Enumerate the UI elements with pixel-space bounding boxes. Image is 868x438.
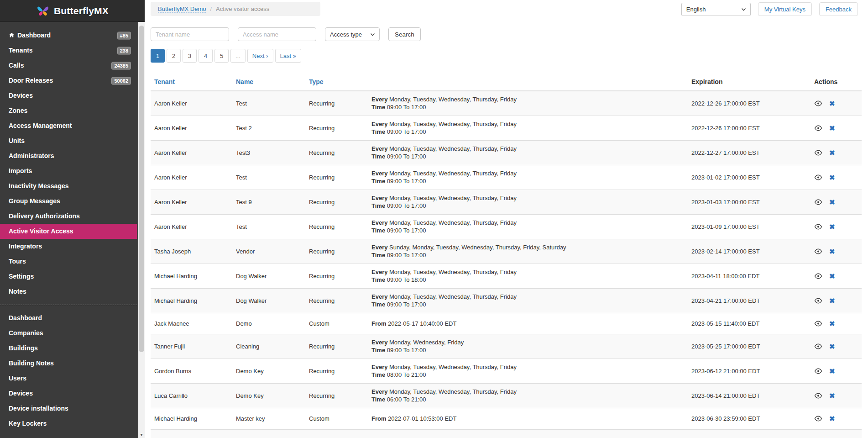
- schedule-cell: Every Monday, Tuesday, Wednesday, Thursd…: [368, 140, 688, 165]
- sidebar-item-label: Devices: [9, 390, 33, 397]
- actions-cell: ✖: [810, 334, 862, 359]
- my-virtual-keys-button[interactable]: My Virtual Keys: [758, 2, 812, 16]
- view-access-button[interactable]: [814, 273, 822, 279]
- revoke-access-button x-icon[interactable]: ✖: [829, 223, 835, 230]
- access-type-cell: Recurring: [305, 239, 368, 264]
- access-name-input[interactable]: [238, 27, 316, 41]
- table-row: Aaron Keller Test Recurring Every Monday…: [151, 214, 862, 239]
- scrollbar-thumb[interactable]: [139, 26, 144, 352]
- pagination-3[interactable]: 3: [183, 49, 197, 63]
- sidebar-item-buildings[interactable]: Buildings: [0, 341, 137, 356]
- view-access-button[interactable]: [814, 174, 822, 180]
- sidebar-item-users[interactable]: Users: [0, 371, 137, 386]
- column-header-tenant[interactable]: Tenant: [151, 74, 232, 91]
- view-access-button[interactable]: [814, 150, 822, 156]
- sidebar-item-delivery-authorizations[interactable]: Delivery Authorizations: [0, 209, 137, 224]
- sidebar-item-devices[interactable]: Devices: [0, 386, 137, 401]
- sidebar-item-building-notes[interactable]: Building Notes: [0, 356, 137, 371]
- revoke-access-button x-icon[interactable]: ✖: [829, 297, 835, 304]
- actions-cell: ✖: [810, 359, 862, 383]
- table-row: Luca Carrillo Demo Key Recurring Every M…: [151, 383, 862, 408]
- view-access-button[interactable]: [814, 298, 822, 304]
- sidebar-item-zones[interactable]: Zones: [0, 103, 137, 118]
- view-access-button[interactable]: [814, 248, 822, 254]
- view-access-button[interactable]: [814, 368, 822, 374]
- sidebar-item-label: Notes: [9, 288, 26, 295]
- revoke-access-button x-icon[interactable]: ✖: [829, 199, 835, 206]
- actions-cell: ✖: [810, 264, 862, 288]
- feedback-button[interactable]: Feedback: [819, 2, 858, 16]
- access-name-cell: Dog Walker: [232, 264, 305, 288]
- schedule-line: Every Monday, Tuesday, Wednesday, Thursd…: [371, 388, 684, 396]
- sidebar-scrollbar[interactable]: ▾: [138, 22, 145, 438]
- revoke-access-button x-icon[interactable]: ✖: [829, 248, 835, 255]
- scroll-down-arrow-icon[interactable]: ▾: [138, 432, 145, 438]
- sidebar-item-notes[interactable]: Notes: [0, 284, 137, 299]
- sidebar-item-device-installations[interactable]: Device installations: [0, 401, 137, 416]
- revoke-access-button x-icon[interactable]: ✖: [829, 320, 835, 327]
- table-row: Michael Harding Dog Walker Recurring Eve…: [151, 264, 862, 288]
- breadcrumb-building-link[interactable]: ButterflyMX Demo: [158, 5, 206, 13]
- view-access-button[interactable]: [814, 125, 822, 131]
- pagination-2[interactable]: 2: [167, 49, 181, 63]
- sidebar-item-companies[interactable]: Companies: [0, 326, 137, 341]
- schedule-line: Time 09:00 To 17:00: [371, 128, 684, 136]
- revoke-access-button x-icon[interactable]: ✖: [829, 392, 835, 399]
- pagination-5[interactable]: 5: [214, 49, 229, 63]
- sidebar-item-active-visitor-access[interactable]: Active Visitor Access: [0, 224, 137, 239]
- access-type-select[interactable]: Access type: [325, 27, 380, 41]
- view-access-button[interactable]: [814, 321, 822, 327]
- schedule-line: Time 09:00 To 18:00: [371, 276, 684, 284]
- sidebar-item-key-lockers[interactable]: Key Lockers: [0, 416, 137, 431]
- pagination-next[interactable]: Next ›: [247, 49, 273, 63]
- sidebar-item-units[interactable]: Units: [0, 133, 137, 148]
- search-button[interactable]: Search: [388, 27, 421, 41]
- view-access-button[interactable]: [814, 416, 822, 422]
- sidebar-item-access-management[interactable]: Access Management: [0, 118, 137, 133]
- sidebar-item-door-releases[interactable]: Door Releases 50062: [0, 73, 137, 88]
- view-access-button[interactable]: [814, 100, 822, 106]
- view-access-button[interactable]: [814, 393, 822, 399]
- sidebar-item-dashboard[interactable]: Dashboard: [0, 311, 137, 326]
- sidebar-item-dashboard[interactable]: Dashboard #85: [0, 28, 137, 43]
- pagination-4[interactable]: 4: [199, 49, 213, 63]
- table-row: Aaron Keller Test Recurring Every Monday…: [151, 165, 862, 190]
- sidebar-item-settings[interactable]: Settings: [0, 269, 137, 284]
- sidebar-item-group-messages[interactable]: Group Messages: [0, 194, 137, 209]
- sidebar-item-calls[interactable]: Calls 24385: [0, 58, 137, 73]
- access-type-cell: Custom: [305, 408, 368, 429]
- sidebar-item-integrators[interactable]: Integrators: [0, 239, 137, 254]
- schedule-line: Time 09:00 To 17:00: [371, 227, 684, 234]
- eye-icon: [814, 343, 822, 349]
- home-icon: [9, 28, 15, 43]
- pagination-last[interactable]: Last »: [275, 49, 301, 63]
- app-logo[interactable]: ButterflyMX: [0, 0, 145, 22]
- pagination-1[interactable]: 1: [151, 49, 165, 63]
- view-access-button[interactable]: [814, 199, 822, 205]
- view-access-button[interactable]: [814, 224, 822, 230]
- tenant-name-input[interactable]: [151, 27, 229, 41]
- page-content: Access type Search 12345...Next ›Last » …: [145, 18, 868, 438]
- revoke-access-button x-icon[interactable]: ✖: [829, 273, 835, 280]
- column-header-type[interactable]: Type: [305, 74, 368, 91]
- view-access-button[interactable]: [814, 343, 822, 349]
- revoke-access-button x-icon[interactable]: ✖: [829, 125, 835, 132]
- revoke-access-button x-icon[interactable]: ✖: [829, 149, 835, 156]
- revoke-access-button x-icon[interactable]: ✖: [829, 415, 835, 422]
- revoke-access-button x-icon[interactable]: ✖: [829, 100, 835, 107]
- revoke-access-button x-icon[interactable]: ✖: [829, 368, 835, 375]
- sidebar-item-imports[interactable]: Imports: [0, 164, 137, 179]
- sidebar-item-inactivity-messages[interactable]: Inactivity Messages: [0, 179, 137, 194]
- schedule-cell: Every Monday, Wednesday, FridayTime 09:0…: [368, 334, 688, 359]
- column-header-name[interactable]: Name: [232, 74, 305, 91]
- sidebar-item-administrators[interactable]: Administrators: [0, 148, 137, 164]
- sidebar-item-tours[interactable]: Tours: [0, 254, 137, 269]
- revoke-access-button x-icon[interactable]: ✖: [829, 174, 835, 181]
- language-select[interactable]: English: [681, 3, 751, 16]
- tenant-cell: Tanner Fujii: [151, 334, 232, 359]
- access-name-cell: Demo Key: [232, 359, 305, 383]
- sidebar-item-devices[interactable]: Devices: [0, 88, 137, 103]
- revoke-access-button x-icon[interactable]: ✖: [829, 343, 835, 350]
- sidebar-item-tenants[interactable]: Tenants 238: [0, 43, 137, 58]
- filter-bar: Access type Search: [151, 27, 421, 41]
